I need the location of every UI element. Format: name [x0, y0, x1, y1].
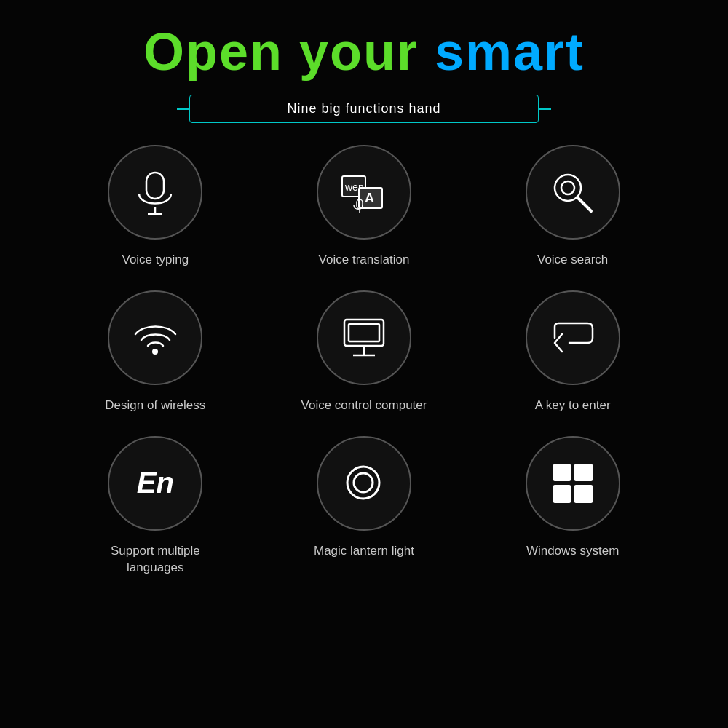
- subtitle-text: Nine big functions hand: [287, 101, 440, 116]
- voice-search-label: Voice search: [537, 251, 608, 269]
- voice-typing-icon-circle: [108, 145, 202, 240]
- return-icon: [547, 320, 598, 356]
- subtitle-box: Nine big functions hand: [189, 95, 539, 123]
- en-icon: En: [137, 467, 174, 499]
- title-smart: smart: [435, 23, 585, 81]
- svg-rect-16: [349, 324, 379, 341]
- title-open: Open: [143, 23, 299, 81]
- voice-translation-label: Voice translation: [319, 251, 410, 269]
- windows-icon-circle: [526, 436, 620, 531]
- voice-computer-label: Voice control computer: [301, 397, 427, 414]
- feature-wireless: Design of wireless: [51, 290, 260, 414]
- microphone-icon: [133, 169, 177, 216]
- windows-label: Windows system: [526, 542, 620, 560]
- languages-icon-circle: En: [108, 436, 202, 531]
- feature-languages: En Support multiplelanguages: [51, 436, 260, 577]
- key-enter-icon-circle: [526, 290, 620, 385]
- svg-line-10: [577, 197, 591, 211]
- feature-windows: Windows system: [468, 436, 677, 577]
- svg-point-11: [561, 181, 574, 194]
- translate-icon: wen A: [339, 169, 389, 216]
- svg-point-12: [152, 349, 158, 355]
- windows-icon: [553, 464, 593, 503]
- lantern-icon-circle: [317, 436, 411, 531]
- circle-ring-icon: [340, 459, 387, 507]
- svg-rect-0: [146, 173, 164, 199]
- feature-key-enter: A key to enter: [468, 290, 677, 414]
- monitor-icon: [339, 314, 389, 361]
- feature-voice-computer: Voice control computer: [260, 290, 469, 414]
- key-enter-label: A key to enter: [535, 397, 611, 414]
- svg-text:A: A: [365, 191, 374, 205]
- wifi-icon: [132, 314, 179, 361]
- languages-label: Support multiplelanguages: [111, 542, 200, 577]
- page-header: Open your smart Nine big functions hand: [0, 0, 728, 123]
- search-icon: [549, 169, 596, 216]
- features-grid: Voice typing wen A Voice translation: [51, 145, 677, 577]
- title-your: your: [299, 23, 435, 81]
- main-title: Open your smart: [0, 22, 728, 82]
- voice-translation-icon-circle: wen A: [317, 145, 411, 240]
- svg-point-17: [347, 467, 379, 499]
- lantern-label: Magic lantern light: [314, 542, 414, 560]
- voice-typing-label: Voice typing: [122, 251, 189, 269]
- feature-lantern: Magic lantern light: [260, 436, 469, 577]
- voice-computer-icon-circle: [317, 290, 411, 385]
- svg-point-18: [354, 473, 373, 492]
- wireless-icon-circle: [108, 290, 202, 385]
- feature-voice-translation: wen A Voice translation: [260, 145, 469, 269]
- feature-voice-typing: Voice typing: [51, 145, 260, 269]
- feature-voice-search: Voice search: [468, 145, 677, 269]
- voice-search-icon-circle: [526, 145, 620, 240]
- wireless-label: Design of wireless: [105, 397, 205, 414]
